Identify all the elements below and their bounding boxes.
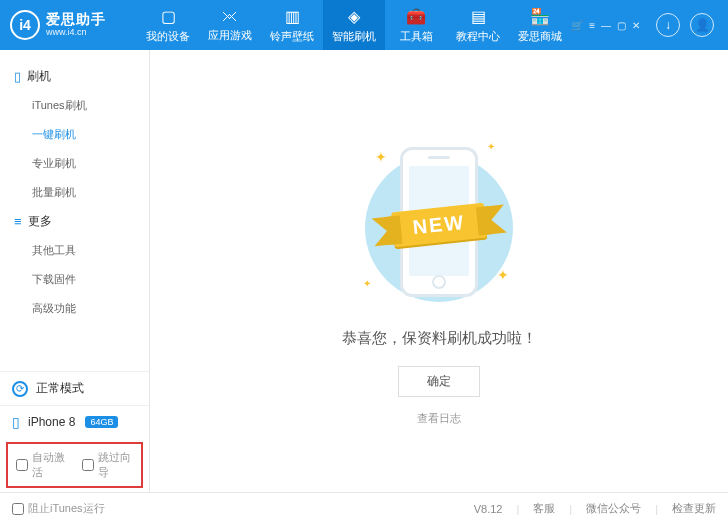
sidebar: ▯刷机 iTunes刷机 一键刷机 专业刷机 批量刷机 ≡更多 其他工具 下载固… xyxy=(0,50,150,492)
sidebar-item-pro[interactable]: 专业刷机 xyxy=(32,149,149,178)
top-bar: i4 爱思助手 www.i4.cn ▢我的设备 ⩙应用游戏 ▥铃声壁纸 ◈智能刷… xyxy=(0,0,728,50)
device-block[interactable]: ▯ iPhone 8 64GB xyxy=(0,405,149,438)
download-button[interactable]: ↓ xyxy=(656,13,680,37)
view-log-link[interactable]: 查看日志 xyxy=(417,411,461,426)
storage-badge: 64GB xyxy=(85,416,118,428)
logo-icon: i4 xyxy=(10,10,40,40)
check-skip-guide[interactable]: 跳过向导 xyxy=(82,450,134,480)
cart-icon[interactable]: 🛒 xyxy=(571,20,583,31)
nav-toolbox[interactable]: 🧰工具箱 xyxy=(385,0,447,50)
nav-ringtones[interactable]: ▥铃声壁纸 xyxy=(261,0,323,50)
nav-apps[interactable]: ⩙应用游戏 xyxy=(199,0,261,50)
sidebar-item-firmware[interactable]: 下载固件 xyxy=(32,265,149,294)
check-auto-activate[interactable]: 自动激活 xyxy=(16,450,68,480)
options-row: 自动激活 跳过向导 xyxy=(6,442,143,488)
nav-store[interactable]: 🏪爱思商城 xyxy=(509,0,571,50)
user-button[interactable]: 👤 xyxy=(690,13,714,37)
nav-my-device[interactable]: ▢我的设备 xyxy=(137,0,199,50)
logo[interactable]: i4 爱思助手 www.i4.cn xyxy=(10,10,137,40)
device-icon: ▢ xyxy=(161,7,176,26)
app-name: 爱思助手 xyxy=(46,12,106,27)
mode-block[interactable]: ⟳ 正常模式 xyxy=(0,371,149,405)
nav-tutorial[interactable]: ▤教程中心 xyxy=(447,0,509,50)
success-illustration: NEW ✦✦✦✦ xyxy=(339,137,539,307)
sidebar-item-itunes[interactable]: iTunes刷机 xyxy=(32,91,149,120)
main-nav: ▢我的设备 ⩙应用游戏 ▥铃声壁纸 ◈智能刷机 🧰工具箱 ▤教程中心 🏪爱思商城 xyxy=(137,0,571,50)
sidebar-item-oneclick[interactable]: 一键刷机 xyxy=(32,120,149,149)
status-bar: 阻止iTunes运行 V8.12| 客服| 微信公众号| 检查更新 xyxy=(0,492,728,524)
version-label: V8.12 xyxy=(474,503,503,515)
window-controls: 🛒 ≡ — ▢ ✕ ↓ 👤 xyxy=(571,13,718,37)
refresh-icon: ⟳ xyxy=(12,381,28,397)
close-icon[interactable]: ✕ xyxy=(632,20,640,31)
content-area: NEW ✦✦✦✦ 恭喜您，保资料刷机成功啦！ 确定 查看日志 xyxy=(150,50,728,492)
support-link[interactable]: 客服 xyxy=(533,501,555,516)
store-icon: 🏪 xyxy=(530,7,550,26)
success-message: 恭喜您，保资料刷机成功啦！ xyxy=(342,329,537,348)
nav-flash[interactable]: ◈智能刷机 xyxy=(323,0,385,50)
toolbox-icon: 🧰 xyxy=(406,7,426,26)
device-small-icon: ▯ xyxy=(12,414,20,430)
ringtone-icon: ▥ xyxy=(285,7,300,26)
phone-icon: ▯ xyxy=(14,69,21,84)
app-url: www.i4.cn xyxy=(46,28,106,38)
sidebar-item-batch[interactable]: 批量刷机 xyxy=(32,178,149,207)
apps-icon: ⩙ xyxy=(222,7,238,25)
update-link[interactable]: 检查更新 xyxy=(672,501,716,516)
group-flash[interactable]: ▯刷机 xyxy=(0,62,149,91)
ok-button[interactable]: 确定 xyxy=(398,366,480,397)
menu-icon[interactable]: ≡ xyxy=(589,20,595,31)
sidebar-item-advanced[interactable]: 高级功能 xyxy=(32,294,149,323)
wechat-link[interactable]: 微信公众号 xyxy=(586,501,641,516)
sidebar-item-other[interactable]: 其他工具 xyxy=(32,236,149,265)
group-more[interactable]: ≡更多 xyxy=(0,207,149,236)
maximize-icon[interactable]: ▢ xyxy=(617,20,626,31)
check-block-itunes[interactable]: 阻止iTunes运行 xyxy=(12,501,105,516)
flash-icon: ◈ xyxy=(348,7,360,26)
more-icon: ≡ xyxy=(14,214,22,229)
device-name: iPhone 8 xyxy=(28,415,75,429)
tutorial-icon: ▤ xyxy=(471,7,486,26)
mode-label: 正常模式 xyxy=(36,380,84,397)
minimize-icon[interactable]: — xyxy=(601,20,611,31)
